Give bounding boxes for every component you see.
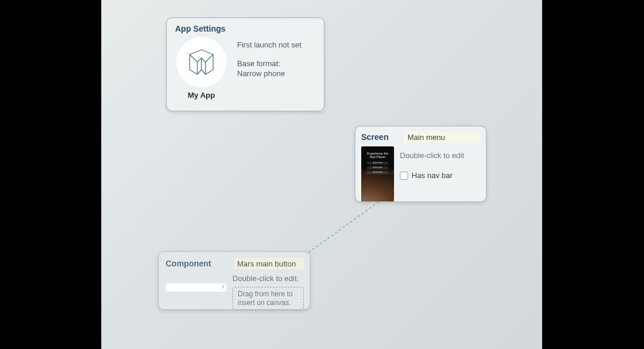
has-nav-bar-label: Has nav bar [412, 171, 453, 180]
screen-name-input[interactable] [404, 131, 480, 143]
screen-panel-title: Screen [361, 132, 389, 142]
component-name-input[interactable] [234, 258, 304, 269]
screen-thumbnail[interactable]: Experience the Red Planet Button label B… [361, 146, 394, 201]
component-drag-handle[interactable]: Drag from here to insert on canvas. [232, 287, 304, 310]
component-preview[interactable] [166, 283, 227, 292]
thumbnail-button: Button label [367, 162, 388, 165]
app-icon [176, 37, 227, 87]
svg-line-0 [309, 201, 379, 252]
has-nav-bar-checkbox[interactable] [400, 172, 408, 180]
app-settings-panel[interactable]: App Settings My App [166, 18, 324, 111]
component-edit-hint: Double-click to edit. [232, 274, 304, 283]
thumbnail-heading: Experience the Red Planet [361, 152, 394, 159]
app-settings-title: App Settings [175, 24, 316, 33]
screen-edit-hint: Double-click to edit [400, 151, 464, 160]
screen-panel[interactable]: Screen Experience the Red Planet Button … [355, 126, 487, 202]
design-canvas[interactable]: App Settings My App [101, 0, 542, 349]
app-logo-icon [186, 46, 217, 78]
app-name-label: My App [188, 91, 215, 100]
has-nav-bar-row[interactable]: Has nav bar [400, 171, 464, 180]
first-launch-status: First launch not set [237, 40, 302, 50]
thumbnail-button: Button label [367, 171, 388, 174]
component-panel-title: Component [166, 259, 211, 268]
thumbnail-button: Button label [367, 166, 388, 169]
base-format-info: Base format: Narrow phone [237, 59, 302, 78]
component-panel[interactable]: Component Double-click to edit. Drag fro… [158, 251, 310, 310]
